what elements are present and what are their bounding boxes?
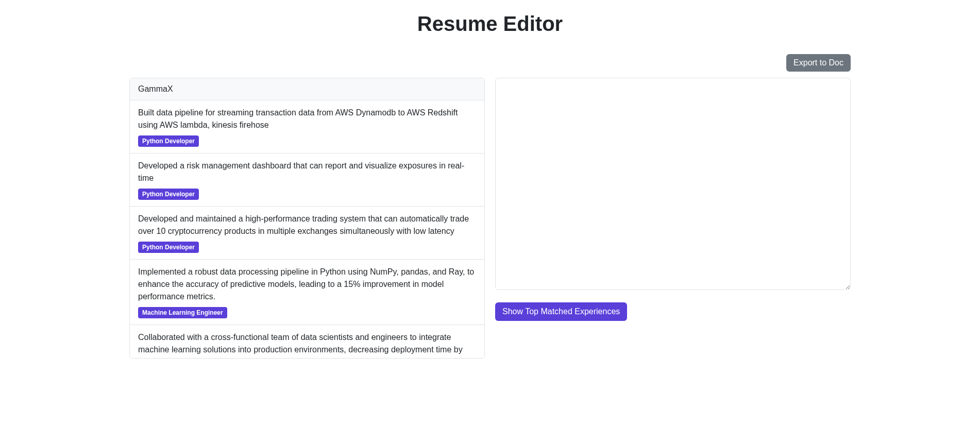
- list-item[interactable]: Developed a risk management dashboard th…: [130, 154, 484, 207]
- list-item[interactable]: Developed and maintained a high-performa…: [130, 207, 484, 260]
- toolbar: Export to Doc: [129, 48, 851, 78]
- role-badge: Machine Learning Engineer: [138, 307, 227, 318]
- experience-text: Implemented a robust data processing pip…: [138, 266, 476, 303]
- show-matched-button[interactable]: Show Top Matched Experiences: [495, 302, 627, 321]
- experience-card: GammaX Built data pipeline for streaming…: [129, 78, 485, 359]
- experience-list: Built data pipeline for streaming transa…: [130, 100, 484, 358]
- job-description-textarea[interactable]: [495, 78, 851, 290]
- experience-text: Developed a risk management dashboard th…: [138, 160, 476, 184]
- role-badge: Python Developer: [138, 242, 199, 253]
- card-header: GammaX: [130, 78, 484, 100]
- list-item[interactable]: Collaborated with a cross-functional tea…: [130, 325, 484, 358]
- experience-text: Developed and maintained a high-performa…: [138, 213, 476, 237]
- page-title: Resume Editor: [0, 0, 980, 48]
- list-item[interactable]: Implemented a robust data processing pip…: [130, 260, 484, 325]
- role-badge: Python Developer: [138, 135, 199, 147]
- experience-text: Built data pipeline for streaming transa…: [138, 107, 476, 131]
- export-button[interactable]: Export to Doc: [786, 54, 851, 72]
- role-badge: Python Developer: [138, 189, 199, 200]
- list-item[interactable]: Built data pipeline for streaming transa…: [130, 100, 484, 154]
- experience-text: Collaborated with a cross-functional tea…: [138, 331, 476, 358]
